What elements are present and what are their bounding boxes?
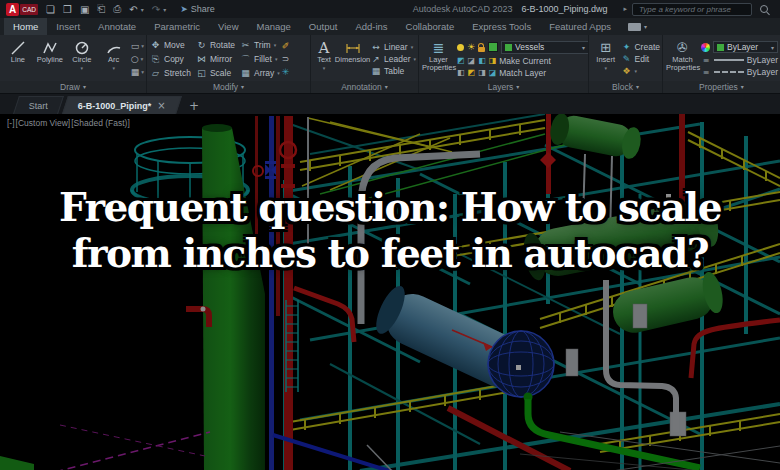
layer-thaw-icon[interactable]: ☀: [467, 43, 475, 51]
line-button[interactable]: Line: [3, 37, 33, 81]
linetype-value: ByLayer: [747, 67, 778, 77]
dimension-button[interactable]: Dimension: [336, 37, 369, 81]
file-tab-drawing[interactable]: 6-B-1000_Piping* ×: [62, 96, 182, 114]
tab-annotate[interactable]: Annotate: [89, 18, 145, 35]
layer-unisolate-icon[interactable]: ◧: [478, 57, 486, 65]
panel-properties: ✇ Match Properties ByLayer ▾ ≡ ByLaye: [663, 35, 780, 93]
tab-featured-apps[interactable]: Featured Apps: [540, 18, 620, 35]
text-button[interactable]: A Text ▾: [314, 37, 334, 81]
scale-button[interactable]: ◱Scale: [196, 66, 235, 80]
leader-button[interactable]: ↗Leader▾: [371, 54, 416, 64]
edit-block-button[interactable]: ✎Edit: [621, 54, 660, 64]
offset-button[interactable]: ⊃: [282, 54, 290, 64]
redo-dropdown-icon[interactable]: ▾: [163, 6, 166, 13]
chevron-down-icon: ▾: [644, 23, 647, 30]
match-layer-button[interactable]: Match Layer: [499, 68, 546, 78]
close-tab-icon[interactable]: ×: [157, 100, 165, 111]
linear-button[interactable]: ↔Linear▾: [371, 42, 416, 52]
layer-freeze-icon[interactable]: ◪: [468, 57, 476, 65]
search-input[interactable]: [637, 4, 747, 15]
open-file-icon[interactable]: ❒: [63, 4, 72, 15]
search-collapse-icon[interactable]: ▸: [623, 5, 627, 13]
create-block-button[interactable]: ✦Create: [621, 42, 660, 52]
stretch-button[interactable]: ▱Stretch: [150, 66, 191, 80]
redo-icon[interactable]: ↷: [152, 4, 160, 15]
mirror-button[interactable]: ⋈Mirror: [196, 52, 235, 66]
dim-overlay: [0, 114, 780, 470]
tab-insert[interactable]: Insert: [47, 18, 89, 35]
make-current-button[interactable]: Make Current: [499, 56, 551, 66]
layer-delete-icon[interactable]: ◪: [489, 69, 497, 77]
rotate-button[interactable]: ↻Rotate: [196, 38, 235, 52]
tab-home[interactable]: Home: [4, 18, 47, 35]
circle-button[interactable]: Circle ▾: [67, 37, 97, 81]
scale-icon: ◱: [196, 68, 207, 78]
plot-icon[interactable]: ⎙: [113, 3, 121, 15]
copy-button[interactable]: ⎘Copy: [150, 52, 191, 66]
draw-panel-footer[interactable]: Draw▾: [0, 81, 146, 93]
layer-properties-button[interactable]: ≣ Layer Properties: [422, 37, 455, 81]
layer-lock-icon[interactable]: [478, 47, 485, 52]
create-block-icon: ✦: [621, 42, 631, 52]
visual-style-control[interactable]: [Shaded (Fast)]: [71, 118, 130, 128]
layer-vpfreeze-icon[interactable]: ◩: [468, 69, 476, 77]
layer-merge-icon[interactable]: ◨: [478, 69, 486, 77]
new-tab-button[interactable]: +: [183, 97, 205, 114]
text-icon: A: [319, 39, 330, 56]
insert-block-button[interactable]: ⊞ Insert ▾: [592, 37, 619, 81]
modify-panel-footer[interactable]: Modify▾: [147, 81, 310, 93]
undo-icon[interactable]: ↶: [129, 4, 137, 15]
layer-off-icon[interactable]: ◨: [489, 57, 497, 65]
save-as-icon[interactable]: ⎗: [97, 3, 105, 15]
lineweight-dropdown[interactable]: ≡ ByLayer: [701, 55, 778, 65]
file-tab-start[interactable]: Start: [13, 96, 64, 114]
autocad-logo[interactable]: A CAD: [6, 3, 38, 16]
tab-view[interactable]: View: [209, 18, 247, 35]
tab-manage[interactable]: Manage: [248, 18, 300, 35]
erase-button[interactable]: ✐: [282, 41, 290, 51]
block-attributes-button[interactable]: ❖▾: [621, 66, 660, 76]
tab-express-tools[interactable]: Express Tools: [463, 18, 540, 35]
drawing-viewport[interactable]: [-] [Custom View] [Shaded (Fast)] Freque…: [0, 114, 780, 470]
polyline-button[interactable]: Polyline: [35, 37, 65, 81]
layer-dropdown[interactable]: Vessels ▾: [501, 41, 589, 54]
title-line-1: Frequent question: How to scale: [0, 184, 780, 230]
tab-add-ins[interactable]: Add-ins: [346, 18, 396, 35]
ellipse-tool-button[interactable]: ○▾: [131, 54, 144, 64]
table-button[interactable]: ▦Table: [371, 66, 416, 76]
panel-modify: ✥Move ⎘Copy ▱Stretch ↻Rotate ⋈Mirror ◱Sc…: [147, 35, 311, 93]
layer-on-off-icon[interactable]: [457, 44, 464, 51]
object-color-dropdown[interactable]: ByLayer ▾: [713, 41, 778, 53]
array-button[interactable]: ▦Array▾: [240, 66, 280, 80]
explode-button[interactable]: ✳: [282, 67, 290, 77]
view-control[interactable]: [Custom View]: [16, 118, 71, 128]
rectangle-tool-button[interactable]: ▭▾: [131, 41, 144, 51]
help-search-box[interactable]: [632, 3, 752, 16]
properties-panel-footer[interactable]: Properties▾: [663, 81, 780, 93]
match-properties-button[interactable]: ✇ Match Properties: [666, 37, 699, 81]
window-title: Autodesk AutoCAD 2023 6-B-1000_Piping.dw…: [413, 4, 608, 14]
tab-collaborate[interactable]: Collaborate: [397, 18, 464, 35]
linetype-dropdown[interactable]: ≡ ByLayer: [701, 67, 778, 77]
layer-color-swatch[interactable]: [488, 42, 498, 52]
ribbon-display-toggle[interactable]: ▾: [628, 18, 647, 35]
layer-walk-icon[interactable]: ◧: [457, 69, 465, 77]
arc-button[interactable]: Arc ▾: [99, 37, 129, 81]
tab-parametric[interactable]: Parametric: [145, 18, 209, 35]
fillet-button[interactable]: ⌒Fillet▾: [240, 52, 280, 66]
annotation-panel-footer[interactable]: Annotation▾: [311, 81, 418, 93]
new-file-icon[interactable]: ❏: [46, 4, 55, 15]
layers-panel-footer[interactable]: Layers▾: [419, 81, 588, 93]
share-button[interactable]: ➤ Share: [180, 4, 215, 14]
undo-dropdown-icon[interactable]: ▾: [141, 6, 144, 13]
trim-button[interactable]: ✂Trim▾: [240, 38, 280, 52]
viewport-minus-control[interactable]: [-]: [7, 118, 15, 128]
save-icon[interactable]: ▣: [80, 4, 89, 15]
viewport-controls: [-] [Custom View] [Shaded (Fast)]: [7, 118, 130, 128]
tab-output[interactable]: Output: [300, 18, 347, 35]
layer-isolate-icon[interactable]: ◩: [457, 57, 465, 65]
hatch-tool-button[interactable]: ▦▾: [131, 67, 144, 77]
search-icon[interactable]: [760, 5, 768, 13]
block-panel-footer[interactable]: Block▾: [589, 81, 662, 93]
move-button[interactable]: ✥Move: [150, 38, 191, 52]
